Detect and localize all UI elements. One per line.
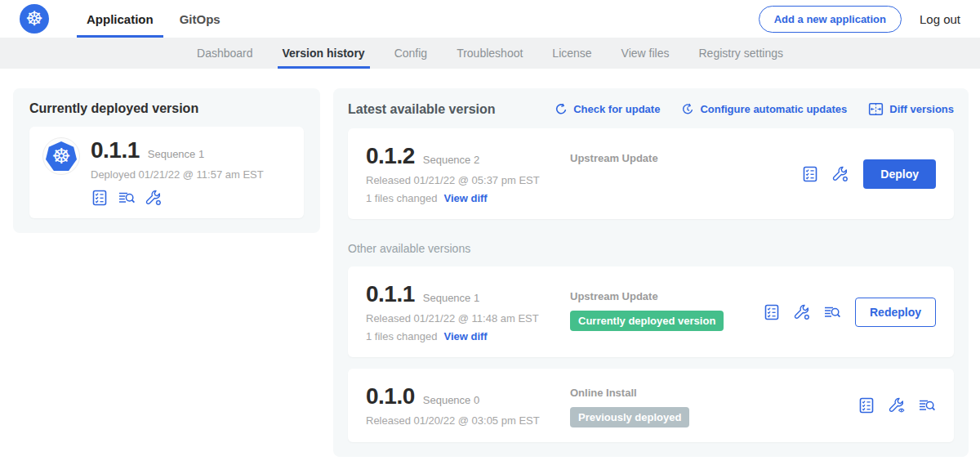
files-changed-label: 1 files changed	[366, 330, 437, 342]
version-source-label: Upstream Update	[570, 152, 801, 164]
logout-link[interactable]: Log out	[920, 12, 960, 26]
app-logo: ☸	[42, 137, 80, 175]
configure-automatic-updates-link[interactable]: Configure automatic updates	[681, 103, 847, 116]
previously-deployed-badge: Previously deployed	[570, 407, 689, 427]
currently-deployed-panel: Currently deployed version ☸ 0.1.1 Seque…	[13, 88, 320, 233]
schedule-update-icon	[681, 103, 694, 116]
subnav-label: Dashboard	[197, 47, 253, 60]
tab-application[interactable]: Application	[74, 0, 167, 38]
version-card-0-1-0: 0.1.0 Sequence 0 Released 01/20/22 @ 03:…	[348, 369, 954, 442]
subnav-label: Registry settings	[699, 47, 783, 60]
released-timestamp: Released 01/21/22 @ 05:37 pm EST	[366, 174, 570, 186]
check-for-update-label: Check for update	[573, 103, 660, 115]
app-tabs: Application GitOps	[74, 0, 234, 38]
subnav-label: Version history	[283, 47, 365, 60]
add-application-button[interactable]: Add a new application	[759, 6, 902, 33]
version-sequence: Sequence 2	[423, 154, 479, 166]
kubernetes-logo-icon: ☸	[20, 4, 49, 34]
latest-available-title: Latest available version	[348, 102, 496, 117]
subnav-label: Troubleshoot	[457, 47, 523, 60]
currently-deployed-title: Currently deployed version	[29, 101, 304, 116]
tab-gitops-label: GitOps	[180, 12, 220, 26]
view-diff-link[interactable]: View diff	[443, 330, 487, 342]
preflight-checks-icon[interactable]	[858, 396, 875, 414]
released-timestamp: Released 01/20/22 @ 03:05 pm EST	[366, 414, 570, 427]
version-card-0-1-1: 0.1.1 Sequence 1 Released 01/21/22 @ 11:…	[348, 266, 954, 357]
sub-navbar: Dashboard Version history Config Trouble…	[0, 38, 980, 69]
subnav-tab-troubleshoot[interactable]: Troubleshoot	[442, 38, 537, 69]
subnav-tab-version-history[interactable]: Version history	[268, 38, 380, 69]
files-changed-label: 1 files changed	[366, 192, 437, 204]
refresh-icon	[555, 103, 568, 116]
version-card-0-1-2: 0.1.2 Sequence 2 Released 01/21/22 @ 05:…	[348, 128, 954, 219]
other-available-title: Other available versions	[348, 242, 954, 255]
diff-versions-label: Diff versions	[889, 103, 954, 115]
deploy-button[interactable]: Deploy	[863, 159, 936, 189]
tab-application-label: Application	[87, 12, 154, 26]
edit-config-icon[interactable]	[831, 165, 849, 183]
preflight-checks-icon[interactable]	[801, 165, 819, 183]
version-number: 0.1.0	[366, 383, 415, 410]
configure-automatic-updates-label: Configure automatic updates	[700, 103, 847, 115]
subnav-label: Config	[394, 47, 427, 60]
subnav-tab-dashboard[interactable]: Dashboard	[182, 38, 268, 69]
edit-config-icon[interactable]	[793, 303, 811, 321]
deploy-logs-icon[interactable]	[918, 396, 936, 414]
version-sequence: Sequence 0	[423, 394, 479, 406]
check-for-update-link[interactable]: Check for update	[555, 103, 660, 116]
view-config-icon[interactable]	[888, 396, 906, 414]
deployed-version-card: ☸ 0.1.1 Sequence 1 Deployed 01/21/22 @ 1…	[29, 127, 304, 218]
preflight-checks-icon[interactable]	[91, 189, 109, 207]
deployed-version-number: 0.1.1	[91, 137, 140, 163]
version-history-panel: Latest available version Check for updat…	[333, 88, 969, 457]
currently-deployed-badge: Currently deployed version	[570, 311, 724, 331]
deployed-timestamp: Deployed 01/21/22 @ 11:57 am EST	[91, 168, 264, 181]
version-source-label: Online Install	[570, 387, 858, 399]
version-sequence: Sequence 1	[423, 292, 479, 304]
preflight-checks-icon[interactable]	[763, 303, 781, 321]
tab-gitops[interactable]: GitOps	[167, 0, 234, 38]
diff-versions-link[interactable]: Diff versions	[868, 101, 954, 117]
subnav-tab-view-files[interactable]: View files	[607, 38, 684, 69]
subnav-label: View files	[621, 47, 670, 60]
subnav-tab-license[interactable]: License	[537, 38, 606, 69]
diff-icon	[868, 101, 884, 117]
top-navbar: ☸ Application GitOps Add a new applicati…	[0, 0, 980, 38]
version-source-label: Upstream Update	[570, 290, 763, 302]
redeploy-button[interactable]: Redeploy	[855, 298, 936, 327]
released-timestamp: Released 01/21/22 @ 11:48 am EST	[366, 312, 570, 324]
version-number: 0.1.1	[366, 281, 415, 307]
subnav-label: License	[552, 47, 591, 60]
view-diff-link[interactable]: View diff	[443, 192, 487, 204]
subnav-tab-registry-settings[interactable]: Registry settings	[684, 38, 798, 69]
version-number: 0.1.2	[366, 143, 415, 169]
deploy-logs-icon[interactable]	[118, 189, 136, 207]
deploy-logs-icon[interactable]	[823, 303, 841, 321]
deployed-sequence: Sequence 1	[148, 148, 204, 160]
subnav-tab-config[interactable]: Config	[380, 38, 442, 69]
kubernetes-app-icon: ☸	[46, 141, 77, 171]
edit-config-icon[interactable]	[145, 189, 163, 207]
